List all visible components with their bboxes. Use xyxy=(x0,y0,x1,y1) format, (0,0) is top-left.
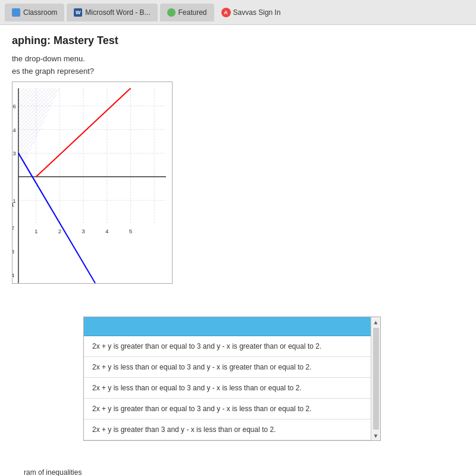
graph-container: 6 4 3 1 1 2 3 4 5 -1 -2 -3 -4 xyxy=(12,82,173,284)
scroll-down-arrow[interactable]: ▼ xyxy=(371,431,381,440)
dropdown-option-2[interactable]: 2x + y is less than or equal to 3 and y … xyxy=(84,357,380,378)
dropdown-option-1[interactable]: 2x + y is greater than or equal to 3 and… xyxy=(84,336,380,357)
svg-text:3: 3 xyxy=(12,150,16,156)
dropdown-container[interactable]: 2x + y is greater than or equal to 3 and… xyxy=(83,317,381,441)
scroll-up-arrow[interactable]: ▲ xyxy=(371,317,381,327)
scroll-thumb[interactable] xyxy=(373,328,379,430)
svg-text:6: 6 xyxy=(12,103,16,109)
svg-text:-1: -1 xyxy=(12,201,14,208)
tab-classroom[interactable]: Classroom xyxy=(5,4,64,21)
classroom-icon xyxy=(12,8,20,17)
svg-text:5: 5 xyxy=(129,228,133,234)
page-title: aphing: Mastery Test xyxy=(12,35,464,47)
featured-icon xyxy=(167,8,176,17)
tab-savvas[interactable]: A Savvas Sign In xyxy=(217,8,286,17)
bottom-label: ram of inequalities xyxy=(24,468,476,476)
svg-text:4: 4 xyxy=(105,228,109,234)
svg-text:-3: -3 xyxy=(12,248,14,255)
browser-toolbar: Classroom W Microsoft Word - B... Featur… xyxy=(0,0,476,25)
dropdown-scrollbar[interactable]: ▲ ▼ xyxy=(371,317,380,440)
svg-text:3: 3 xyxy=(82,228,85,234)
tab-word[interactable]: W Microsoft Word - B... xyxy=(67,4,157,21)
svg-text:1: 1 xyxy=(35,228,38,234)
page-content: aphing: Mastery Test the drop-down menu.… xyxy=(0,25,476,476)
word-icon: W xyxy=(74,8,82,17)
svg-text:-2: -2 xyxy=(12,224,14,231)
dropdown-option-5[interactable]: 2x + y is greater than 3 and y - x is le… xyxy=(84,419,380,440)
dropdown-option-3[interactable]: 2x + y is less than or equal to 3 and y … xyxy=(84,378,380,399)
svg-text:4: 4 xyxy=(12,127,16,133)
svg-text:2: 2 xyxy=(58,228,62,234)
dropdown-option-4[interactable]: 2x + y is greater than or equal to 3 and… xyxy=(84,399,380,419)
svg-text:-4: -4 xyxy=(12,272,14,278)
question-text: es the graph represent? xyxy=(12,67,464,76)
tab-featured[interactable]: Featured xyxy=(160,4,214,21)
dropdown-header xyxy=(84,317,380,336)
savvas-icon: A xyxy=(221,8,231,17)
graph-svg: 6 4 3 1 1 2 3 4 5 -1 -2 -3 -4 xyxy=(12,82,172,283)
instruction-text: the drop-down menu. xyxy=(12,54,464,63)
